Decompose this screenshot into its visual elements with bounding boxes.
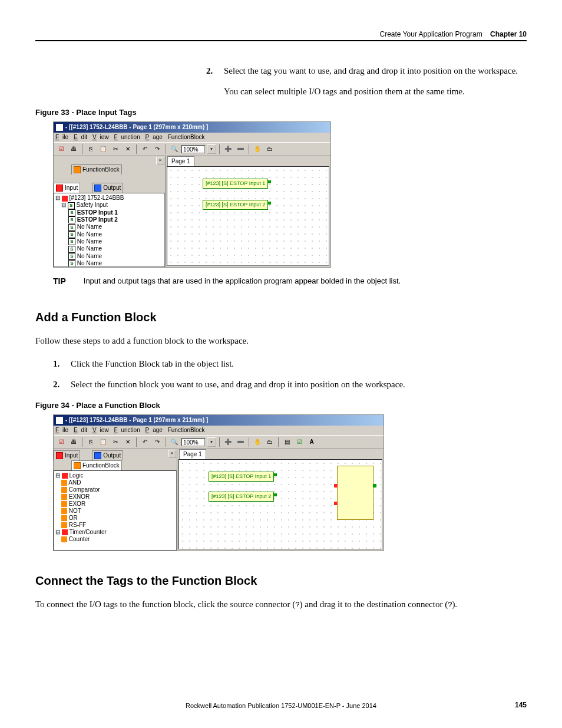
header-breadcrumb: Create Your Application Program: [380, 30, 482, 38]
toolbar-undo-icon[interactable]: ↶: [140, 144, 150, 154]
menu-function[interactable]: Function: [114, 427, 140, 433]
toolbar-sep: [82, 144, 82, 154]
fig33-canvas[interactable]: [#123] [S] ESTOP Input 1 [#123] [S] ESTO…: [167, 166, 329, 266]
tab-output[interactable]: Output: [92, 183, 123, 193]
toolbar-redo-icon[interactable]: ↷: [152, 437, 163, 447]
tab-input[interactable]: Input: [54, 450, 80, 460]
toolbar-delete-icon[interactable]: ✕: [123, 144, 133, 154]
toolbar-copy-icon[interactable]: ⎘: [85, 437, 96, 447]
node-s-icon: S: [68, 216, 75, 223]
node-root-icon: [62, 529, 68, 535]
menu-file[interactable]: File: [55, 134, 68, 140]
menu-function[interactable]: Function: [114, 134, 140, 140]
tag-estop1[interactable]: [#123] [S] ESTOP Input 1: [209, 472, 274, 482]
toolbar-delete-icon[interactable]: ✕: [123, 437, 133, 447]
fig33-tree[interactable]: ⊟ [#123] 1752-L24BBB ⊟ S Safety Input S …: [54, 193, 165, 267]
toolbar-find-icon[interactable]: 🔍: [169, 144, 180, 154]
toolbar-a-icon[interactable]: A: [306, 437, 317, 447]
fig33-title: - [[#123] 1752-L24BBB - Page 1 (297mm x …: [65, 123, 208, 131]
node-fb-icon: [61, 487, 67, 493]
fig34-canvas[interactable]: [#123] [S] ESTOP Input 1 [#123] [S] ESTO…: [178, 459, 382, 549]
toolbar-copy-icon[interactable]: ⎘: [85, 144, 96, 154]
toolbar-paste-icon[interactable]: 📋: [98, 144, 108, 154]
fig33-screenshot: - [[#123] 1752-L24BBB - Page 1 (297mm x …: [53, 121, 331, 268]
toolbar-cut-icon[interactable]: ✂: [110, 437, 121, 447]
zoom-dropdown-icon[interactable]: ▼: [207, 437, 216, 447]
heading-connect: Connect the Tags to the Function Block: [35, 572, 527, 589]
fb-input-pin[interactable]: [334, 502, 338, 505]
toolbar-sep: [219, 144, 220, 154]
node-s-icon: S: [68, 260, 75, 267]
node-root-icon: [62, 196, 68, 202]
fig34-tree[interactable]: ⊟ Logic AND Comparator EXNOR EXOR NOT OR…: [54, 470, 177, 551]
toolbar-bookmark-icon[interactable]: 🗀: [265, 144, 275, 154]
toolbar-validate-icon[interactable]: ☑: [56, 437, 67, 447]
toolbar-zoom-out-icon[interactable]: ➖: [235, 437, 246, 447]
menu-view[interactable]: View: [92, 427, 109, 433]
tag-estop2[interactable]: [#123] [S] ESTOP Input 2: [209, 492, 274, 502]
function-block[interactable]: [337, 466, 373, 520]
toolbar-zoom-in-icon[interactable]: ➕: [223, 437, 233, 447]
page-tab-1[interactable]: Page 1: [179, 449, 206, 459]
functionblock-icon: [74, 462, 81, 469]
menu-functionblock[interactable]: FunctionBlock: [168, 134, 205, 140]
input-icon: [56, 452, 63, 459]
toolbar-undo-icon[interactable]: ↶: [140, 437, 150, 447]
toolbar-doc1-icon[interactable]: ▤: [282, 437, 292, 447]
toolbar-zoom-out-icon[interactable]: ➖: [235, 144, 246, 154]
tab-input[interactable]: Input: [54, 183, 80, 193]
tab-functionblock[interactable]: FunctionBlock: [71, 164, 122, 174]
zoom-field[interactable]: 100%: [181, 145, 205, 153]
toolbar-paste-icon[interactable]: 📋: [98, 437, 108, 447]
tab-functionblock[interactable]: FunctionBlock: [71, 460, 122, 470]
toolbar-validate-icon[interactable]: ☑: [56, 144, 67, 154]
output-icon: [94, 452, 101, 459]
fb-input-pin[interactable]: [334, 484, 338, 487]
fig33-caption: Figure 33 - Place Input Tags: [35, 107, 527, 118]
toolbar-hand-icon[interactable]: ✋: [252, 144, 263, 154]
pane-close-icon[interactable]: ×: [156, 157, 164, 165]
menu-page[interactable]: Page: [146, 427, 163, 433]
header-chapter: Chapter 10: [490, 30, 527, 38]
fig34-toolbar: ☑ 🖶 ⎘ 📋 ✂ ✕ ↶ ↷ 🔍 100% ▼ ➕ ➖ ✋ 🗀: [54, 435, 384, 449]
header-rule: [35, 40, 527, 41]
toolbar-bookmark-icon[interactable]: 🗀: [265, 437, 275, 447]
toolbar-hand-icon[interactable]: ✋: [252, 437, 263, 447]
toolbar-check-icon[interactable]: ☑: [294, 437, 305, 447]
menu-functionblock[interactable]: FunctionBlock: [168, 427, 205, 433]
tag-estop1[interactable]: [#123] [S] ESTOP Input 1: [203, 179, 268, 189]
pane-close-icon[interactable]: ×: [168, 450, 176, 458]
tag-estop2[interactable]: [#123] [S] ESTOP Input 2: [203, 200, 268, 210]
node-s-icon: S: [68, 246, 75, 253]
tip-text: Input and output tags that are used in t…: [84, 276, 527, 286]
menu-edit[interactable]: Edit: [74, 134, 87, 140]
toolbar-redo-icon[interactable]: ↷: [152, 144, 163, 154]
toolbar-cut-icon[interactable]: ✂: [110, 144, 121, 154]
page-tab-1[interactable]: Page 1: [167, 156, 194, 166]
menu-page[interactable]: Page: [146, 134, 163, 140]
node-fb-icon: [61, 508, 67, 514]
toolbar-sep: [278, 437, 279, 447]
sectionB-text: To connect the I/O tags to the function …: [35, 598, 527, 611]
fb-output-pin[interactable]: [373, 484, 376, 487]
toolbar-sep: [219, 437, 220, 447]
toolbar-print-icon[interactable]: 🖶: [68, 144, 79, 154]
node-s-icon: S: [68, 202, 75, 209]
menu-file[interactable]: File: [55, 427, 68, 433]
toolbar-zoom-in-icon[interactable]: ➕: [223, 144, 233, 154]
toolbar-print-icon[interactable]: 🖶: [68, 437, 79, 447]
tab-output[interactable]: Output: [92, 450, 123, 460]
functionblock-icon: [74, 166, 81, 173]
toolbar-sep: [82, 437, 82, 447]
output-icon: [94, 185, 101, 192]
zoom-field[interactable]: 100%: [181, 438, 205, 446]
menu-edit[interactable]: Edit: [74, 427, 87, 433]
sectionA-step1: Click the Function Block tab in the obje…: [53, 358, 527, 370]
fig34-titlebar: - [[#123] 1752-L24BBB - Page 1 (297mm x …: [54, 415, 384, 426]
tip-label: TIP: [53, 276, 66, 288]
toolbar-find-icon[interactable]: 🔍: [169, 437, 180, 447]
fig33-titlebar: - [[#123] 1752-L24BBB - Page 1 (297mm x …: [54, 122, 330, 133]
toolbar-sep: [136, 144, 137, 154]
zoom-dropdown-icon[interactable]: ▼: [207, 144, 216, 154]
menu-view[interactable]: View: [92, 134, 109, 140]
